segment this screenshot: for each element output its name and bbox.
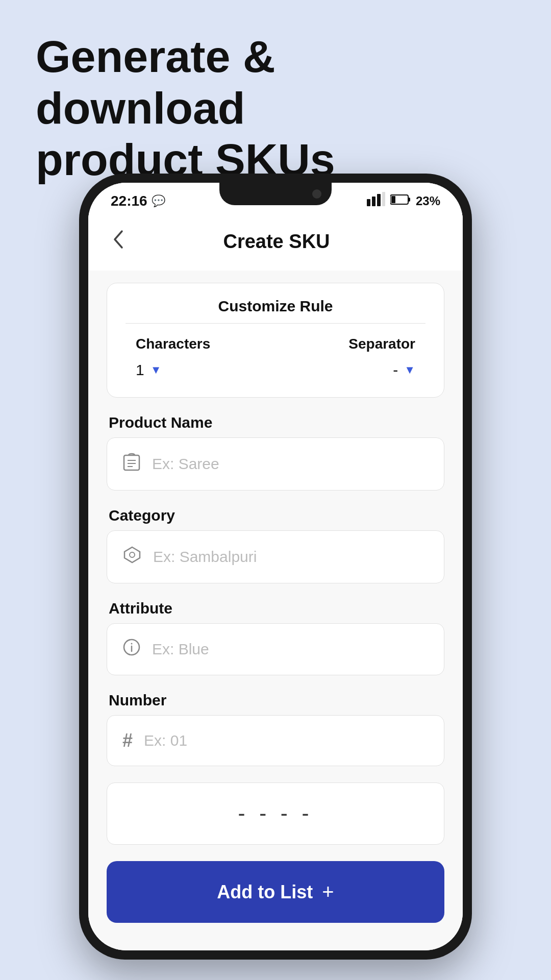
status-bar: 22:16 💬 [88, 183, 463, 215]
svg-rect-1 [372, 197, 375, 206]
svg-rect-7 [124, 455, 139, 470]
attribute-label: Attribute [107, 600, 444, 617]
camera-dot [312, 189, 321, 199]
bottom-padding [107, 944, 444, 950]
phone-frame: 22:16 💬 [79, 174, 472, 960]
header-title: Create SKU [133, 231, 420, 253]
separator-value: - [393, 361, 398, 379]
characters-value: 1 [136, 361, 144, 379]
status-icons: 23% [367, 192, 440, 210]
svg-point-12 [130, 552, 135, 557]
category-placeholder: Ex: Sambalpuri [153, 548, 257, 566]
add-to-list-plus-icon: + [322, 880, 334, 903]
svg-rect-2 [377, 194, 381, 206]
customize-rule-card: Customize Rule Characters Separator 1 ▼ … [107, 283, 444, 398]
attribute-icon [122, 638, 141, 660]
sku-preview-text: - - - - [238, 801, 313, 826]
product-name-placeholder: Ex: Saree [152, 455, 219, 473]
svg-marker-11 [124, 547, 140, 562]
category-label: Category [107, 507, 444, 524]
app-header: Create SKU [88, 215, 463, 271]
page-background-title: Generate & download product SKUs [36, 31, 393, 186]
scroll-area: Customize Rule Characters Separator 1 ▼ … [88, 271, 463, 950]
svg-rect-5 [408, 198, 410, 202]
characters-arrow: ▼ [151, 363, 162, 377]
battery-icon [390, 194, 411, 208]
app-content: Create SKU Customize Rule Characters Sep… [88, 215, 463, 950]
product-name-section: Product Name Ex: Saree [107, 414, 444, 491]
signal-icon [367, 192, 385, 210]
separator-arrow: ▼ [404, 363, 415, 377]
notch [219, 183, 332, 205]
characters-dropdown[interactable]: 1 ▼ [136, 361, 161, 379]
status-time: 22:16 💬 [111, 193, 165, 209]
svg-rect-3 [382, 192, 385, 206]
category-input[interactable]: Ex: Sambalpuri [107, 530, 444, 583]
back-button[interactable] [111, 225, 133, 258]
attribute-placeholder: Ex: Blue [152, 641, 209, 658]
category-section: Category Ex: Sambalpuri [107, 507, 444, 583]
customize-values-row: 1 ▼ - ▼ [126, 356, 425, 379]
number-icon: # [122, 730, 133, 751]
product-name-input[interactable]: Ex: Saree [107, 437, 444, 491]
separator-label: Separator [348, 336, 415, 352]
svg-rect-0 [367, 199, 370, 206]
category-icon [122, 545, 142, 569]
separator-dropdown[interactable]: - ▼ [393, 361, 415, 379]
number-label: Number [107, 692, 444, 709]
number-placeholder: Ex: 01 [144, 732, 187, 749]
svg-rect-6 [391, 196, 395, 203]
number-input[interactable]: # Ex: 01 [107, 715, 444, 766]
product-name-label: Product Name [107, 414, 444, 431]
customize-rule-title: Customize Rule [126, 298, 425, 324]
product-name-icon [122, 452, 141, 476]
add-to-list-button[interactable]: Add to List + [107, 861, 444, 923]
customize-rule-row: Characters Separator [126, 332, 425, 352]
time-display: 22:16 [111, 193, 147, 209]
characters-label: Characters [136, 336, 210, 352]
phone-screen: 22:16 💬 [88, 183, 463, 950]
add-to-list-label: Add to List [217, 881, 313, 903]
svg-point-15 [131, 643, 133, 645]
whatsapp-icon: 💬 [152, 194, 165, 208]
attribute-input[interactable]: Ex: Blue [107, 623, 444, 675]
battery-percent: 23% [416, 194, 440, 208]
number-section: Number # Ex: 01 [107, 692, 444, 766]
sku-preview: - - - - [107, 782, 444, 845]
attribute-section: Attribute Ex: Blue [107, 600, 444, 675]
